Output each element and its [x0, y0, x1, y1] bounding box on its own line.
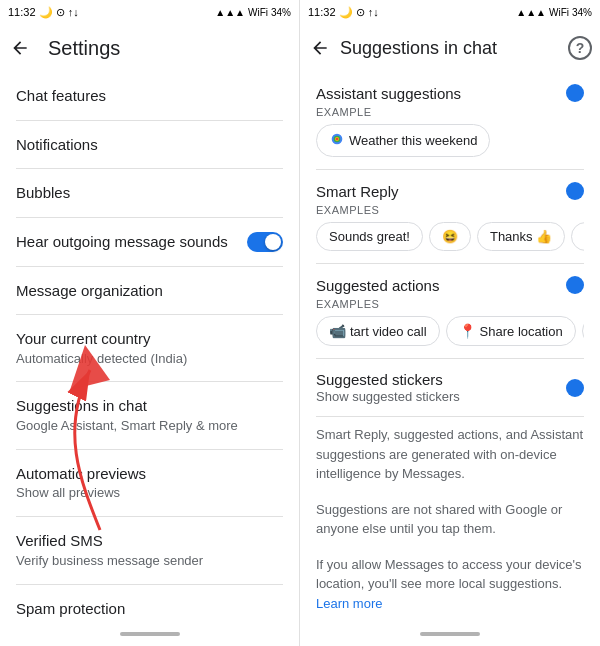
- right-signal: ▲▲▲: [516, 7, 546, 18]
- left-toolbar-title: Settings: [48, 37, 120, 60]
- settings-item-auto-previews[interactable]: Automatic previews Show all previews: [0, 450, 299, 516]
- smart-reply-toggle[interactable]: [566, 182, 584, 200]
- right-back-button[interactable]: [308, 36, 332, 60]
- smart-reply-title: Smart Reply: [316, 183, 399, 200]
- right-bottom-bar: [300, 626, 600, 646]
- left-time: 11:32: [8, 6, 36, 18]
- right-time: 11:32: [308, 6, 336, 18]
- settings-item-suggestions[interactable]: Suggestions in chat Google Assistant, Sm…: [0, 382, 299, 448]
- assistant-chip-icon: [329, 131, 345, 150]
- right-panel: 11:32 🌙 ⊙ ↑↓ ▲▲▲ WiFi 34% Suggestions in…: [300, 0, 600, 646]
- description-2: Suggestions are not shared with Google o…: [300, 492, 600, 547]
- right-status-icons: 🌙 ⊙ ↑↓: [339, 6, 379, 19]
- video-call-icon: 📹: [329, 323, 346, 339]
- left-toolbar: Settings: [0, 24, 299, 72]
- chip-share-location-label: Share location: [480, 324, 563, 339]
- right-battery: 34%: [572, 7, 592, 18]
- chip-laugh[interactable]: 😆: [429, 222, 471, 251]
- suggested-actions-chips: 📹 tart video call 📍 Share location 🔍 Hah…: [316, 316, 584, 346]
- suggested-actions-title: Suggested actions: [316, 277, 439, 294]
- svg-point-5: [336, 138, 339, 141]
- help-icon[interactable]: ?: [568, 36, 592, 60]
- left-panel-wrapper: 11:32 🌙 ⊙ ↑↓ ▲▲▲ WiFi 34% Settings Chat …: [0, 0, 300, 646]
- settings-item-chat-features[interactable]: Chat features: [0, 72, 299, 120]
- description-1: Smart Reply, suggested actions, and Assi…: [300, 417, 600, 492]
- left-status-bar: 11:32 🌙 ⊙ ↑↓ ▲▲▲ WiFi 34%: [0, 0, 299, 24]
- left-signal: ▲▲▲: [215, 7, 245, 18]
- chip-share-location[interactable]: 📍 Share location: [446, 316, 576, 346]
- settings-list: Chat features Notifications Bubbles Hear…: [0, 72, 299, 626]
- settings-item-verified-sms[interactable]: Verified SMS Verify business message sen…: [0, 517, 299, 583]
- settings-item-hear-sounds[interactable]: Hear outgoing message sounds: [0, 218, 299, 266]
- chip-haha-gifs[interactable]: 🔍 Haha GIFs: [582, 316, 584, 346]
- left-panel: 11:32 🌙 ⊙ ↑↓ ▲▲▲ WiFi 34% Settings Chat …: [0, 0, 300, 646]
- suggested-stickers-toggle[interactable]: [566, 379, 584, 397]
- hear-sounds-toggle[interactable]: [247, 232, 283, 252]
- left-battery: 34%: [271, 7, 291, 18]
- assistant-suggestions-toggle[interactable]: [566, 84, 584, 102]
- share-location-icon: 📍: [459, 323, 476, 339]
- section-smart-reply: Smart Reply EXAMPLES Sounds great! 😆 Tha…: [300, 170, 600, 263]
- smart-reply-example-label: EXAMPLES: [316, 204, 584, 216]
- left-back-button[interactable]: [8, 36, 32, 60]
- chip-sounds-great[interactable]: Sounds great!: [316, 222, 423, 251]
- chip-weather-label: Weather this weekend: [349, 133, 477, 148]
- chip-video-call-label: tart video call: [350, 324, 427, 339]
- settings-item-notifications[interactable]: Notifications: [0, 121, 299, 169]
- suggested-stickers-subtitle: Show suggested stickers: [316, 389, 460, 404]
- chip-good-morn[interactable]: Good morn: [571, 222, 584, 251]
- chip-sounds-great-label: Sounds great!: [329, 229, 410, 244]
- learn-more-link[interactable]: Learn more: [316, 596, 382, 611]
- assistant-example-label: EXAMPLE: [316, 106, 584, 118]
- right-content: Assistant suggestions EXAMPLE Weather th…: [300, 72, 600, 626]
- section-suggested-stickers: Suggested stickers Show suggested sticke…: [300, 359, 600, 416]
- assistant-suggestions-title: Assistant suggestions: [316, 85, 461, 102]
- right-toolbar: Suggestions in chat ?: [300, 24, 600, 72]
- right-status-bar: 11:32 🌙 ⊙ ↑↓ ▲▲▲ WiFi 34%: [300, 0, 600, 24]
- section-suggested-actions: Suggested actions EXAMPLES 📹 tart video …: [300, 264, 600, 358]
- section-assistant-suggestions: Assistant suggestions EXAMPLE Weather th…: [300, 72, 600, 169]
- right-toolbar-title: Suggestions in chat: [340, 38, 497, 59]
- settings-item-spam-protection[interactable]: Spam protection: [0, 585, 299, 626]
- settings-item-bubbles[interactable]: Bubbles: [0, 169, 299, 217]
- settings-item-message-organization[interactable]: Message organization: [0, 267, 299, 315]
- assistant-chips: Weather this weekend: [316, 124, 584, 157]
- chip-thanks[interactable]: Thanks 👍: [477, 222, 565, 251]
- suggested-stickers-title: Suggested stickers: [316, 371, 460, 388]
- left-home-indicator: [120, 632, 180, 636]
- chip-laugh-icon: 😆: [442, 229, 458, 244]
- suggested-actions-example-label: EXAMPLES: [316, 298, 584, 310]
- settings-item-current-country[interactable]: Your current country Automatically detec…: [0, 315, 299, 381]
- suggested-actions-toggle[interactable]: [566, 276, 584, 294]
- left-wifi: WiFi: [248, 7, 268, 18]
- right-wifi: WiFi: [549, 7, 569, 18]
- left-status-icons: 🌙 ⊙ ↑↓: [39, 6, 79, 19]
- smart-reply-chips: Sounds great! 😆 Thanks 👍 Good morn: [316, 222, 584, 251]
- right-home-indicator: [420, 632, 480, 636]
- description-3: If you allow Messages to access your dev…: [300, 547, 600, 622]
- chip-weather[interactable]: Weather this weekend: [316, 124, 490, 157]
- chip-video-call[interactable]: 📹 tart video call: [316, 316, 440, 346]
- left-bottom-bar: [0, 626, 299, 646]
- chip-thanks-label: Thanks 👍: [490, 229, 552, 244]
